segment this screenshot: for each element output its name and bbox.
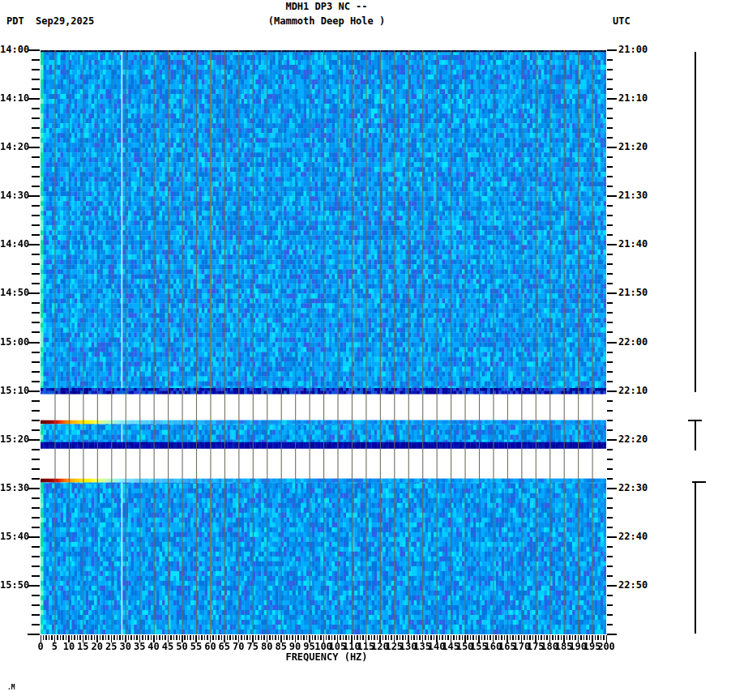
left-axis-minor-tick: [32, 331, 40, 333]
x-axis-minor-tick: [221, 635, 223, 640]
x-axis-minor-tick: [187, 635, 189, 640]
left-axis-minor-tick: [32, 59, 40, 61]
x-axis-minor-tick: [575, 635, 576, 640]
x-axis-minor-tick: [383, 635, 384, 640]
left-axis-minor-tick: [32, 108, 40, 109]
x-axis-minor-tick: [176, 635, 177, 640]
x-axis-minor-tick: [212, 635, 214, 640]
left-axis-tick-label: 14:40: [0, 239, 28, 250]
left-axis-minor-tick: [32, 302, 40, 304]
x-axis-minor-tick: [405, 635, 407, 640]
x-axis-minor-tick: [601, 635, 602, 640]
left-axis-tick-label: 15:00: [0, 337, 28, 348]
left-axis-minor-tick: [32, 400, 40, 402]
right-axis-minor-tick: [607, 156, 613, 158]
x-axis-minor-tick: [179, 635, 181, 640]
x-axis-minor-tick: [122, 635, 124, 640]
right-axis-minor-tick: [607, 273, 613, 275]
right-axis-tick-label: 21:50: [618, 288, 667, 298]
right-axis-minor-tick: [607, 546, 613, 548]
right-axis-minor-tick: [607, 322, 613, 323]
x-axis-minor-tick: [589, 635, 591, 640]
x-axis-minor-tick: [193, 635, 195, 640]
right-timezone-label: UTC: [613, 16, 631, 27]
left-axis-minor-tick: [32, 604, 40, 606]
right-axis-minor-tick: [607, 410, 613, 412]
x-axis-minor-tick: [145, 635, 147, 640]
right-axis-minor-tick: [607, 624, 613, 625]
x-axis-minor-tick: [419, 635, 421, 640]
x-axis-minor-tick: [258, 635, 259, 640]
left-axis-major-tick: [28, 439, 40, 441]
left-timezone-label: PDT: [6, 16, 24, 27]
right-axis-minor-tick: [607, 575, 613, 577]
right-axis-major-tick: [607, 49, 617, 51]
right-axis-minor-tick: [607, 468, 613, 470]
right-axis-tick-label: 21:40: [618, 239, 667, 250]
x-axis-minor-tick: [235, 635, 237, 640]
x-axis-minor-tick: [481, 635, 483, 640]
x-axis-minor-tick: [413, 635, 415, 640]
x-axis-minor-tick: [472, 635, 474, 640]
right-axis-major-tick: [607, 98, 617, 100]
right-axis-major-tick: [607, 147, 617, 148]
right-axis-minor-tick: [607, 429, 613, 431]
x-axis-minor-tick: [156, 635, 158, 640]
left-axis-minor-tick: [32, 352, 40, 353]
left-axis-major-tick: [28, 634, 40, 635]
left-axis-minor-tick: [32, 312, 40, 314]
x-axis-minor-tick: [402, 635, 404, 640]
left-axis-minor-tick: [32, 546, 40, 548]
right-axis-minor-tick: [607, 352, 613, 353]
x-axis-minor-tick: [487, 635, 489, 640]
amplitude-trace-line: [695, 52, 696, 392]
x-axis-minor-tick: [368, 635, 370, 640]
left-axis-minor-tick: [32, 566, 40, 567]
left-axis-major-tick: [28, 244, 40, 245]
x-axis-minor-tick: [71, 635, 73, 640]
x-axis-minor-tick: [362, 635, 364, 640]
x-axis-minor-tick: [229, 635, 231, 640]
right-axis-major-tick: [607, 391, 617, 392]
x-axis-minor-tick: [447, 635, 449, 640]
right-axis-tick-label: 21:10: [618, 93, 667, 104]
x-axis-minor-tick: [255, 635, 257, 640]
left-axis-major-tick: [28, 585, 40, 587]
right-axis-minor-tick: [607, 400, 613, 402]
left-axis-minor-tick: [32, 234, 40, 236]
right-axis-minor-tick: [607, 614, 613, 616]
left-axis-major-tick: [28, 536, 40, 538]
x-axis-minor-tick: [417, 635, 418, 640]
right-axis-minor-tick: [607, 205, 613, 207]
x-axis-minor-tick: [136, 635, 138, 640]
x-axis-minor-tick: [470, 635, 472, 640]
x-axis-minor-tick: [501, 635, 502, 640]
x-axis-minor-tick: [445, 635, 447, 640]
x-axis-minor-tick: [79, 635, 81, 640]
x-axis-minor-tick: [489, 635, 491, 640]
x-axis-minor-tick: [544, 635, 545, 640]
left-axis-minor-tick: [32, 186, 40, 187]
spectrogram-canvas: [41, 50, 606, 634]
left-axis-minor-tick: [32, 624, 40, 625]
left-axis-minor-tick: [32, 449, 40, 450]
left-axis-tick-label: 15:10: [0, 386, 28, 396]
x-axis-minor-tick: [201, 635, 203, 640]
left-axis-minor-tick: [32, 117, 40, 119]
right-axis-minor-tick: [607, 556, 613, 557]
x-axis-minor-tick: [561, 635, 562, 640]
left-axis-major-tick: [28, 488, 40, 489]
right-axis-minor-tick: [607, 127, 613, 129]
x-axis-minor-tick: [43, 635, 45, 640]
x-axis-minor-tick: [199, 635, 200, 640]
x-axis-minor-tick: [512, 635, 514, 640]
x-axis-minor-tick: [190, 635, 191, 640]
x-axis-minor-tick: [396, 635, 398, 640]
left-axis-minor-tick: [32, 176, 40, 177]
x-axis-minor-tick: [162, 635, 164, 640]
left-axis-minor-tick: [32, 224, 40, 226]
right-axis-major-tick: [607, 585, 617, 587]
x-axis-minor-tick: [391, 635, 392, 640]
left-axis-minor-tick: [32, 69, 40, 70]
x-axis-minor-tick: [456, 635, 458, 640]
